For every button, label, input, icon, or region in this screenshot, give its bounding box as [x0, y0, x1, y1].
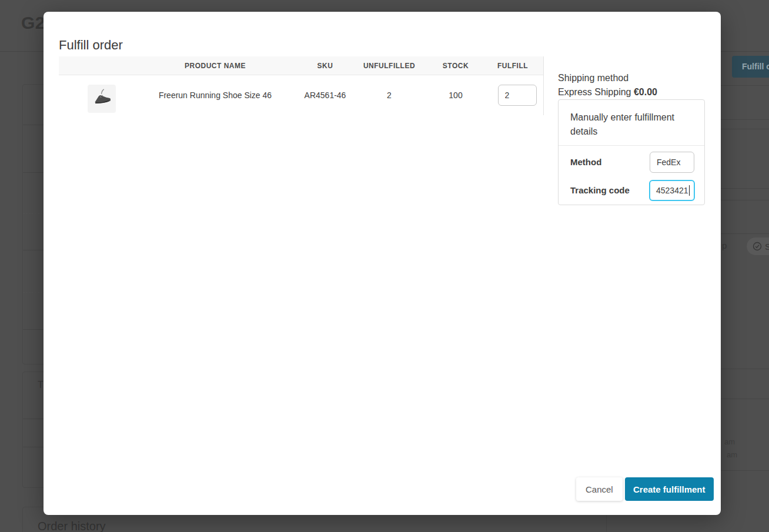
- tracking-code-input[interactable]: 4523421: [649, 180, 695, 201]
- shipping-method-block: Shipping method Express Shipping €0.00: [558, 71, 705, 99]
- method-input[interactable]: [650, 152, 694, 173]
- product-thumbnail-cell: [59, 85, 129, 113]
- column-header-stock: STOCK: [429, 62, 482, 70]
- column-header-fulfill: FULFILL: [482, 62, 543, 70]
- stock-cell: 100: [429, 85, 482, 113]
- table-row: Freerun Running Shoe Size 46 AR4561-46 2…: [59, 75, 543, 113]
- sku-cell: AR4561-46: [301, 85, 349, 113]
- method-row: Method: [559, 152, 704, 173]
- check-circle-icon: [753, 242, 762, 251]
- fulfill-cell: [482, 85, 543, 113]
- column-header-sku: SKU: [301, 62, 349, 70]
- column-header-product-name: PRODUCT NAME: [129, 62, 301, 70]
- column-header-unfulfilled: UNFULFILLED: [349, 62, 429, 70]
- method-label: Method: [570, 152, 601, 173]
- screen: G2 Fulfill o T Order history p Se am am …: [0, 0, 769, 532]
- tracking-code-value: 4523421: [656, 186, 688, 195]
- fulfill-quantity-input[interactable]: [498, 85, 537, 106]
- shipping-method-heading: Shipping method: [558, 71, 705, 85]
- background-timestamp: am: [724, 437, 735, 446]
- tracking-code-label: Tracking code: [570, 180, 630, 201]
- shipping-method-value: Express Shipping €0.00: [558, 85, 705, 99]
- background-status-badge: Se: [747, 237, 769, 255]
- background-timestamp: am: [727, 450, 737, 459]
- sneaker-icon: [91, 87, 113, 111]
- product-name-cell: Freerun Running Shoe Size 46: [129, 85, 301, 113]
- background-shipping-partial-text: p: [722, 240, 727, 250]
- product-thumbnail: [88, 85, 116, 113]
- shipping-method-name: Express Shipping: [558, 87, 631, 97]
- tracking-code-row: Tracking code 4523421: [559, 180, 704, 201]
- manual-fulfillment-card: Manually enter fulfillment details Metho…: [558, 99, 705, 205]
- unfulfilled-cell: 2: [349, 85, 429, 113]
- fulfill-items-table: PRODUCT NAME SKU UNFULFILLED STOCK FULFI…: [59, 56, 543, 113]
- text-caret: [689, 185, 690, 196]
- fulfill-order-modal: Fulfill order PRODUCT NAME SKU UNFULFILL…: [44, 12, 721, 515]
- shipping-method-price: €0.00: [634, 87, 657, 97]
- background-fulfill-order-button: Fulfill o: [732, 56, 769, 78]
- background-card-heading: T: [38, 380, 44, 390]
- cancel-button[interactable]: Cancel: [576, 477, 623, 501]
- table-header-row: PRODUCT NAME SKU UNFULFILLED STOCK FULFI…: [59, 56, 543, 75]
- background-status-badge-label: Se: [765, 242, 769, 252]
- manual-fulfillment-card-title: Manually enter fulfillment details: [559, 100, 704, 146]
- table-panel-divider: [543, 56, 544, 115]
- background-page-title: G2: [21, 13, 45, 33]
- background-order-history-heading: Order history: [38, 520, 106, 532]
- modal-title: Fulfill order: [59, 38, 123, 53]
- create-fulfillment-button[interactable]: Create fulfillment: [625, 477, 714, 501]
